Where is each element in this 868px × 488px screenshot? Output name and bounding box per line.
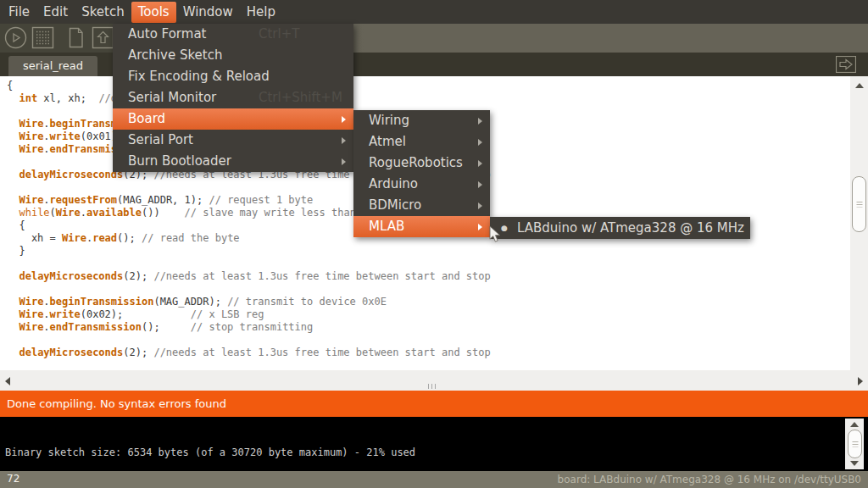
menu-item-label: Serial Port [128, 132, 193, 147]
menu-item-archive-sketch[interactable]: Archive Sketch [113, 45, 353, 66]
scroll-left-icon[interactable] [5, 377, 10, 385]
menu-item-label: Arduino [369, 176, 418, 191]
circled-play-icon [4, 26, 27, 49]
scroll-up-icon[interactable] [850, 422, 859, 427]
code-line: } [7, 245, 848, 258]
menu-item-label: Wiring [369, 113, 409, 128]
submenu-arrow-icon [478, 181, 482, 188]
menubar-item-edit[interactable]: Edit [36, 2, 75, 23]
menu-item-label: Auto Format [128, 26, 206, 42]
code-line: delayMicroseconds(2); //needs at least 1… [7, 270, 848, 283]
submenu-arrow-icon [342, 116, 346, 123]
code-line [7, 258, 848, 270]
menu-item-label: Serial Monitor [128, 90, 216, 105]
verify-button[interactable] [4, 26, 27, 49]
code-line: delayMicroseconds(2); //needs at least 1… [7, 347, 848, 359]
status-bar: Done compiling. No syntax errors found [0, 391, 868, 417]
editor-vertical-scrollbar[interactable] [850, 76, 868, 370]
menu-item-label: Burn Bootloader [128, 153, 231, 169]
menubar-item-sketch[interactable]: Sketch [75, 2, 131, 23]
menubar-item-window[interactable]: Window [176, 2, 240, 23]
menu-item-label: RogueRobotics [369, 155, 463, 170]
menu-item-label: Board [128, 111, 165, 126]
menu-item-burn-bootloader[interactable]: Burn Bootloader [113, 151, 353, 172]
code-line [7, 334, 848, 347]
mlab-submenu: ●LABduino w/ ATmega328 @ 16 MHz [490, 217, 750, 239]
menubar-item-help[interactable]: Help [240, 2, 282, 23]
console-output: Binary sketch size: 6534 bytes (of a 307… [0, 417, 868, 471]
menu-item-auto-format[interactable]: Auto FormatCtrl+T [113, 24, 353, 45]
board-info: board: LABduino w/ ATmega328 @ 16 MHz on… [558, 474, 861, 485]
tab-serial-read[interactable]: serial_read [8, 56, 97, 76]
submenu-arrow-icon [342, 137, 346, 144]
line-number: 72 [7, 473, 19, 485]
stop-button[interactable] [31, 26, 54, 49]
menubar-item-tools[interactable]: Tools [131, 2, 176, 23]
menu-item-serial-monitor[interactable]: Serial MonitorCtrl+Shift+M [113, 87, 353, 108]
menu-item-label: Atmel [369, 134, 406, 149]
code-line: Wire.beginTransmission(MAG_ADDR); // tra… [7, 296, 848, 308]
code-line [7, 283, 848, 296]
scroll-down-icon[interactable] [850, 461, 859, 466]
menu-item-labduino-w-atmega328-16-mhz[interactable]: ●LABduino w/ ATmega328 @ 16 MHz [490, 217, 750, 239]
scrollbar-thumb[interactable] [848, 430, 862, 458]
menu-item-label: LABduino w/ ATmega328 @ 16 MHz [517, 220, 744, 236]
code-line: Wire.write(0x02); // x LSB reg [7, 308, 848, 321]
menu-item-board[interactable]: Board [113, 108, 353, 130]
console-scrollbar[interactable] [845, 419, 864, 469]
menu-item-bdmicro[interactable]: BDMicro [353, 195, 490, 216]
menu-item-arduino[interactable]: Arduino [353, 174, 490, 195]
menu-shortcut: Ctrl+T [259, 24, 299, 45]
code-line: Wire.endTransmission(); // stop transmit… [7, 321, 848, 334]
submenu-arrow-icon [342, 158, 346, 165]
menu-item-fix-encoding-reload[interactable]: Fix Encoding & Reload [113, 66, 353, 87]
arduino-ide-window: FileEditSketchToolsWindowHelp [0, 0, 868, 488]
menu-item-label: Fix Encoding & Reload [128, 69, 270, 84]
cursor-arrow-icon [489, 225, 502, 244]
menubar: FileEditSketchToolsWindowHelp [0, 0, 868, 24]
menu-shortcut: Ctrl+Shift+M [259, 87, 342, 108]
menu-item-mlab[interactable]: MLAB [353, 216, 490, 237]
menu-item-atmel[interactable]: Atmel [353, 131, 490, 152]
menu-item-wiring[interactable]: Wiring [353, 110, 490, 131]
scroll-right-icon[interactable] [858, 377, 863, 385]
status-message: Done compiling. No syntax errors found [7, 397, 226, 410]
up-arrow-icon [92, 26, 114, 49]
footer-bar: 72 board: LABduino w/ ATmega328 @ 16 MHz… [0, 471, 868, 488]
submenu-arrow-icon [478, 160, 482, 167]
menu-item-label: MLAB [369, 219, 404, 234]
mouse-cursor [489, 225, 502, 247]
menu-item-serial-port[interactable]: Serial Port [113, 130, 353, 151]
console-text: Binary sketch size: 6534 bytes (of a 307… [5, 446, 415, 458]
menu-item-roguerobotics[interactable]: RogueRobotics [353, 152, 490, 174]
tab-menu-button[interactable] [836, 56, 856, 73]
board-submenu: WiringAtmelRogueRoboticsArduinoBDMicroML… [353, 110, 490, 237]
new-file-icon [64, 26, 87, 49]
splitter-grip[interactable] [428, 384, 438, 389]
submenu-arrow-icon [478, 202, 482, 209]
editor-horizontal-scrollbar[interactable] [0, 370, 868, 391]
submenu-arrow-icon [478, 224, 482, 230]
menubar-item-file[interactable]: File [2, 2, 36, 23]
stop-icon [31, 26, 54, 49]
scrollbar-thumb[interactable] [852, 176, 866, 232]
radio-selected-icon: ● [501, 217, 508, 239]
submenu-arrow-icon [478, 118, 482, 125]
menu-item-label: BDMicro [369, 197, 421, 213]
tools-menu: Auto FormatCtrl+TArchive SketchFix Encod… [113, 24, 353, 172]
boxed-right-arrow-icon [836, 56, 856, 73]
menu-item-label: Archive Sketch [128, 47, 222, 63]
scroll-up-icon[interactable] [855, 83, 864, 88]
new-sketch-button[interactable] [64, 26, 87, 49]
submenu-arrow-icon [478, 139, 482, 146]
open-button[interactable] [92, 26, 114, 49]
